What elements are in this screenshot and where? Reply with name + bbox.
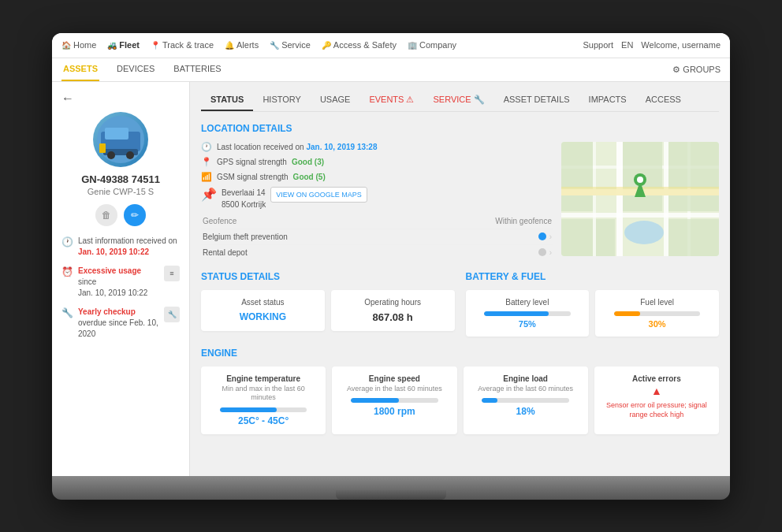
tab-access[interactable]: ACCESS xyxy=(636,90,691,111)
nav-alerts-label: Alerts xyxy=(236,40,259,50)
subnav-devices[interactable]: DEVICES xyxy=(115,58,156,81)
engine-temp-card: Engine temperature Min and max in the la… xyxy=(201,366,326,434)
sub-nav-items: ASSETS DEVICES BATTERIES xyxy=(61,58,223,81)
svg-rect-20 xyxy=(668,195,719,211)
address-icon: 📌 xyxy=(201,187,217,202)
left-panel: ← GN-49388 74511 Genie CWP-15 S xyxy=(52,82,190,476)
geofence-row-2[interactable]: Rental depot › xyxy=(201,244,553,260)
map-container[interactable] xyxy=(561,142,719,256)
location-clock-icon: 🕐 xyxy=(201,142,212,152)
svg-rect-18 xyxy=(623,195,662,211)
tab-impacts[interactable]: IMPACTS xyxy=(579,90,636,111)
last-location-text: Last location received on Jan. 10, 2019 … xyxy=(217,143,377,151)
svg-point-28 xyxy=(637,177,643,183)
asset-status-value: WORKING xyxy=(209,311,317,322)
subnav-assets[interactable]: ASSETS xyxy=(61,58,99,81)
svg-point-4 xyxy=(107,151,115,159)
nav-service-label: Service xyxy=(281,40,311,50)
gsm-icon: 📶 xyxy=(201,172,212,182)
engine-section: ENGINE Engine temperature Min and max in… xyxy=(201,348,719,434)
svg-point-24 xyxy=(624,221,664,244)
nav-access[interactable]: 🔑 Access & Safety xyxy=(322,40,397,50)
gps-row: 📍 GPS signal strength Good (3) xyxy=(201,157,553,167)
status-section-header: STATUS DETAILS xyxy=(201,271,455,282)
geofence-row-1[interactable]: Belgium theft prevention › xyxy=(201,229,553,244)
subnav-batteries[interactable]: BATTERIES xyxy=(172,58,222,81)
svg-point-5 xyxy=(126,151,134,159)
nav-alerts[interactable]: 🔔 Alerts xyxy=(225,40,259,50)
info-date: Jan. 10, 2019 10:22 xyxy=(78,247,149,256)
fleet-icon: 🚜 xyxy=(107,41,117,50)
clock-icon: 🕐 xyxy=(61,236,73,247)
tab-history[interactable]: HISTORY xyxy=(253,90,311,111)
monitor-stand xyxy=(52,476,730,500)
status-section: STATUS DETAILS Asset status WORKING Oper… xyxy=(201,271,455,337)
tab-status[interactable]: STATUS xyxy=(201,90,253,111)
chevron-right-icon-2: › xyxy=(549,248,552,257)
home-icon: 🏠 xyxy=(61,41,71,50)
engine-temp-bar xyxy=(220,407,277,412)
engine-cards: Engine temperature Min and max in the la… xyxy=(201,366,719,434)
battery-section-header: BATTERY & FUEL xyxy=(466,271,720,282)
battery-progress-fill xyxy=(484,311,549,316)
status-battery-row: STATUS DETAILS Asset status WORKING Oper… xyxy=(201,271,719,337)
last-info-row: 🕐 Last information received on Jan. 10, … xyxy=(61,236,180,258)
monitor-base xyxy=(336,490,446,500)
tab-events[interactable]: EVENTS ⚠ xyxy=(359,90,423,111)
address-row: 📌 Beverlaai 14 8500 Kortrijk VIEW ON GOO… xyxy=(201,187,553,210)
wrench-icon: 🔧 xyxy=(61,307,73,318)
svg-rect-13 xyxy=(593,142,596,256)
excessive-text: Excessive usage since Jan. 10, 2019 10:2… xyxy=(78,266,159,299)
svg-rect-21 xyxy=(561,219,593,256)
last-info-text: Last information received on Jan. 10, 20… xyxy=(78,236,180,258)
lang-selector[interactable]: EN xyxy=(621,40,633,50)
engine-section-header: ENGINE xyxy=(201,348,719,359)
map-visual xyxy=(561,142,719,256)
asset-avatar xyxy=(93,112,148,167)
chevron-right-icon: › xyxy=(549,233,552,241)
svg-rect-19 xyxy=(561,195,593,211)
main-content: ← GN-49388 74511 Genie CWP-15 S xyxy=(52,82,730,476)
asset-status-label: Asset status xyxy=(209,298,317,307)
nav-home[interactable]: 🏠 Home xyxy=(61,40,96,50)
operating-hours-label: Operating hours xyxy=(339,298,447,307)
excessive-usage-row: ⏰ Excessive usage since Jan. 10, 2019 10… xyxy=(61,266,180,299)
last-location-row: 🕐 Last location received on Jan. 10, 201… xyxy=(201,142,553,152)
fuel-pct: 30% xyxy=(603,319,711,329)
checkup-badge[interactable]: 🔧 xyxy=(164,307,180,322)
nav-fleet[interactable]: 🚜 Fleet xyxy=(107,40,140,50)
tab-usage[interactable]: USAGE xyxy=(311,90,360,111)
groups-button[interactable]: ⚙ GROUPS xyxy=(672,65,721,75)
geofence-inactive-dot xyxy=(538,248,546,256)
nav-fleet-label: Fleet xyxy=(119,40,140,50)
status-cards: Asset status WORKING Operating hours 867… xyxy=(201,290,455,331)
battery-progress-container xyxy=(484,311,570,316)
sub-navigation: ASSETS DEVICES BATTERIES ⚙ GROUPS xyxy=(52,58,730,82)
user-label: Welcome, username xyxy=(641,40,721,50)
fuel-progress-container xyxy=(614,311,700,316)
usage-badge[interactable]: ≡ xyxy=(164,266,180,281)
gps-icon: 📍 xyxy=(201,157,212,167)
tab-service[interactable]: SERVICE 🔧 xyxy=(423,90,493,111)
company-icon: 🏢 xyxy=(408,41,417,50)
nav-company[interactable]: 🏢 Company xyxy=(408,40,456,50)
svg-rect-2 xyxy=(105,128,128,140)
edit-button[interactable]: ✏ xyxy=(124,204,146,226)
back-button[interactable]: ← xyxy=(61,91,180,106)
tab-asset-details[interactable]: ASSET DETAILS xyxy=(494,90,579,111)
geofence-active-dot xyxy=(538,233,546,240)
operating-hours-card: Operating hours 867.08 h xyxy=(331,290,455,331)
delete-button[interactable]: 🗑 xyxy=(95,204,117,226)
engine-speed-card: Engine speed Average in the last 60 minu… xyxy=(332,366,456,434)
nav-track[interactable]: 📍 Track & trace xyxy=(151,40,214,50)
svg-rect-16 xyxy=(561,142,593,188)
yearly-checkup-row: 🔧 Yearly checkup overdue since Feb. 10, … xyxy=(61,307,180,340)
google-maps-button[interactable]: VIEW ON GOOGLE MAPS xyxy=(270,187,367,203)
svg-rect-11 xyxy=(664,142,668,256)
error-triangle-icon: ▲ xyxy=(602,385,711,397)
support-link[interactable]: Support xyxy=(583,40,614,50)
nav-service[interactable]: 🔧 Service xyxy=(270,40,311,50)
right-panel: STATUS HISTORY USAGE EVENTS ⚠ SERVICE 🔧 … xyxy=(190,82,730,476)
location-info: 🕐 Last location received on Jan. 10, 201… xyxy=(201,142,553,260)
active-errors-card: Active errors ▲ Sensor error oil pressur… xyxy=(594,366,719,434)
